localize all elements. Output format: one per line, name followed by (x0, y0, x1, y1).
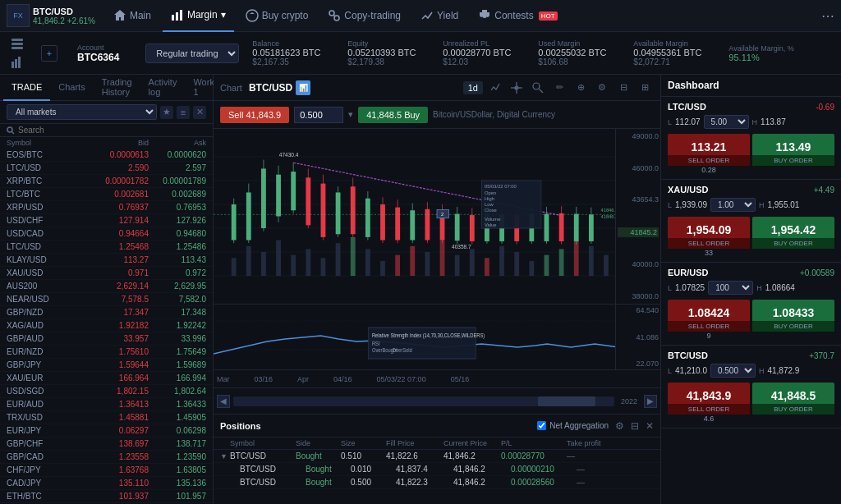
chart-indicator-icon[interactable]: 📊 (296, 80, 310, 95)
market-row[interactable]: GBP/NZD17.34717.348 (0, 306, 213, 319)
star-icon[interactable]: ★ (160, 106, 173, 119)
filter-icon[interactable]: ≡ (177, 106, 190, 119)
inst-qty-select[interactable]: 1.00 (710, 198, 756, 212)
market-row[interactable]: ETH/BTC101.937101.957 (0, 490, 213, 503)
nav-main[interactable]: Main (105, 0, 159, 32)
tab-trading-history[interactable]: Trading History (94, 75, 140, 101)
market-row[interactable]: GBP/JPY1.596441.59689 (0, 359, 213, 372)
nav-copy-trading[interactable]: Copy-trading (319, 0, 409, 32)
nav-buy-crypto[interactable]: Buy crypto (237, 0, 317, 32)
nav-contests[interactable]: Contests HOT (470, 0, 565, 32)
hot-badge: HOT (539, 11, 558, 21)
svg-text:Value: Value (485, 222, 496, 227)
svg-line-13 (12, 131, 15, 134)
inst-qty-select[interactable]: 100 (708, 281, 753, 295)
maximize-chart[interactable]: ⊞ (636, 79, 654, 97)
market-row[interactable]: USD/SGD1,802.151,802.64 (0, 385, 213, 398)
inst-sell-button[interactable]: 1.08424 (668, 300, 750, 321)
svg-rect-10 (15, 59, 17, 68)
svg-rect-42 (485, 258, 489, 276)
svg-rect-50 (604, 255, 609, 276)
markets-dropdown[interactable]: All markets (7, 104, 157, 120)
scroll-right-button[interactable]: ▶ (644, 395, 657, 408)
svg-text:2: 2 (441, 213, 443, 218)
more-options-button[interactable]: ⋯ (821, 8, 834, 24)
quantity-input[interactable] (294, 107, 343, 123)
market-row[interactable]: CAD/JPY135.110135.136 (0, 477, 213, 490)
market-row[interactable]: XAG/AUD1.921821.92242 (0, 319, 213, 332)
market-row[interactable]: GBP/AUD33.95733.996 (0, 332, 213, 346)
market-row[interactable]: LTC/USD1.254681.25486 (0, 241, 213, 254)
add-account-button[interactable]: + (41, 45, 57, 62)
svg-rect-47 (559, 249, 564, 276)
market-row[interactable]: TRX/USD1.458811.45905 (0, 411, 213, 424)
inst-buy-button[interactable]: 41,848.5 (752, 383, 834, 404)
market-row[interactable]: NEAR/USD7,578.57,582.0 (0, 293, 213, 306)
positions-minimize-icon[interactable]: ⊟ (631, 420, 639, 432)
market-row[interactable]: XAU/USD0.9710.972 (0, 267, 213, 280)
pos-row-2[interactable]: BTC/USD Bought 0.500 41,822.3 41,846.2 0… (214, 476, 660, 489)
inst-sell-button[interactable]: 1,954.09 (668, 217, 750, 238)
positions-close-icon[interactable]: ✕ (646, 420, 654, 432)
inst-buy-button[interactable]: 113.49 (752, 134, 834, 155)
market-row[interactable]: GBP/CAD1.235581.23590 (0, 451, 213, 464)
nav-margin[interactable]: Margin ▾ (163, 0, 234, 32)
market-row[interactable]: CHF/JPY1.637681.63805 (0, 464, 213, 477)
inst-buy-button[interactable]: 1,954.42 (752, 217, 834, 238)
time-mar: Mar (217, 375, 230, 383)
scroll-left-button[interactable]: ◀ (217, 395, 230, 408)
inst-buy-button[interactable]: 1.08433 (752, 300, 834, 321)
inst-qty-select[interactable]: 0.500 (710, 364, 756, 378)
price-46000: 46000.0 (618, 164, 659, 172)
logo-icon[interactable]: FX (7, 4, 30, 27)
market-row[interactable]: KLAY/USD113.27113.43 (0, 254, 213, 267)
market-row[interactable]: EOS/BTC0.00006130.0000620 (0, 149, 213, 162)
zoom-tool[interactable] (529, 79, 547, 97)
tab-charts[interactable]: Charts (50, 75, 93, 101)
sell-button[interactable]: Sell 41,843.9 (220, 107, 289, 123)
market-row[interactable]: EUR/AUD1.364131.36433 (0, 398, 213, 411)
market-row[interactable]: GBP/CHF138.697138.717 (0, 438, 213, 451)
chart-left-icon[interactable] (10, 55, 25, 70)
chart-pair: BTC/USD (249, 82, 292, 94)
market-row[interactable]: EUR/NZD1.756101.75649 (0, 346, 213, 359)
scroll-thumb[interactable] (538, 396, 595, 406)
market-row[interactable]: USD/CAD0.946640.94680 (0, 227, 213, 241)
svg-rect-33 (351, 237, 356, 276)
minimize-chart[interactable]: ⊟ (614, 79, 632, 97)
buy-button[interactable]: 41,848.5 Buy (358, 107, 428, 123)
timeframe-1d[interactable]: 1d (463, 81, 483, 94)
nav-yield[interactable]: Yield (412, 0, 466, 32)
market-row[interactable]: XAU/EUR166.964166.994 (0, 372, 213, 385)
inst-qty-select[interactable]: 5.00 (704, 115, 749, 129)
inst-sell-label: SELL ORDER (668, 321, 750, 332)
inst-sell-button[interactable]: 41,843.9 (668, 383, 750, 404)
tab-trade[interactable]: TRADE (3, 75, 50, 101)
magnet-tool[interactable]: ⊕ (572, 79, 590, 97)
market-row[interactable]: LTC/USD2.5902.597 (0, 162, 213, 175)
tab-activity-log[interactable]: Activity log (140, 75, 186, 101)
market-row[interactable]: XRP/BTC0.000017820.00001789 (0, 175, 213, 188)
price-scale: 49000.0 46000.0 43654.3 41845.2 40000.0 … (615, 129, 660, 304)
close-markets-icon[interactable]: ✕ (193, 106, 206, 119)
indicator-tool[interactable] (486, 79, 504, 97)
svg-rect-40 (455, 255, 460, 276)
market-row[interactable]: AUS2002,629.142,629.95 (0, 280, 213, 293)
settings-tool[interactable]: ⚙ (593, 79, 611, 97)
pos-row-1[interactable]: BTC/USD Bought 0.010 41,837.4 41,846.2 0… (214, 463, 660, 476)
market-row[interactable]: LTC/BTC0.0026810.002689 (0, 188, 213, 201)
pen-tool[interactable]: ✏ (550, 79, 568, 97)
search-input[interactable] (18, 126, 206, 135)
net-aggregation-checkbox[interactable]: Net Aggregation (537, 421, 609, 430)
equity-section: Equity 0.05210393 BTC $2,179.38 (347, 39, 430, 66)
market-row[interactable]: XRP/USD0.769370.76953 (0, 201, 213, 214)
market-row[interactable]: EUR/JPY0.062970.06298 (0, 424, 213, 438)
trading-mode-select[interactable]: Regular trading Demo trading (145, 44, 239, 63)
inst-sell-button[interactable]: 113.21 (668, 134, 750, 155)
crosshair-tool[interactable] (508, 79, 526, 97)
pos-row-0[interactable]: ▼ BTC/USD Bought 0.510 41,822.6 41,846.2… (214, 450, 660, 463)
market-row[interactable]: USD/CHF127.914127.926 (0, 214, 213, 227)
layers-icon[interactable] (10, 37, 25, 52)
scroll-track[interactable] (233, 396, 614, 406)
positions-settings-icon[interactable]: ⚙ (615, 420, 624, 432)
